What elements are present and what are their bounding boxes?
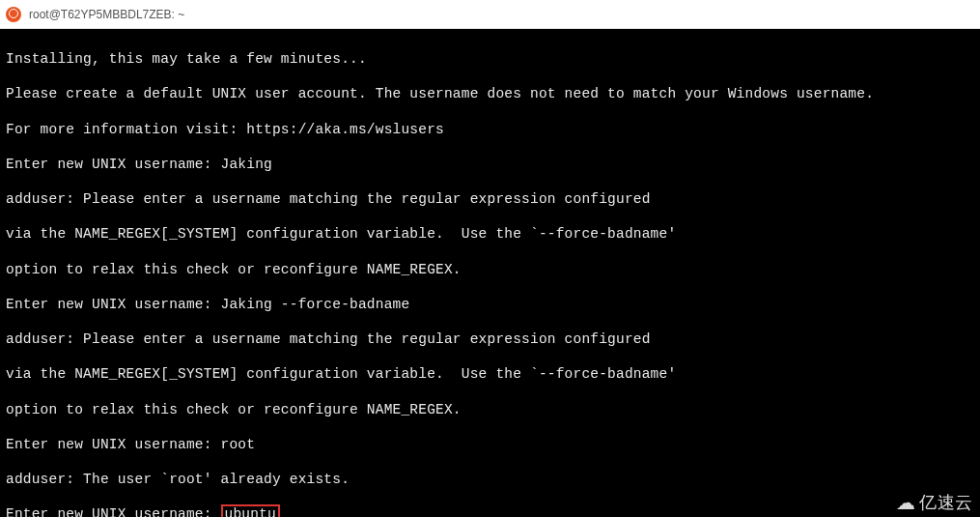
highlighted-username: ubuntu xyxy=(221,504,280,517)
titlebar: root@T62YP5MBBDL7ZEB: ~ xyxy=(0,0,980,29)
terminal-line: Enter new UNIX username: Jaking xyxy=(6,156,974,173)
watermark: ☁ 亿速云 xyxy=(896,492,972,514)
terminal-line: adduser: The user `root' already exists. xyxy=(6,471,974,488)
terminal-line: Enter new UNIX username: Jaking --force-… xyxy=(6,296,974,313)
terminal-line: via the NAME_REGEX[_SYSTEM] configuratio… xyxy=(6,225,974,243)
window-title: root@T62YP5MBBDL7ZEB: ~ xyxy=(29,8,184,21)
terminal-line: For more information visit: https://aka.… xyxy=(6,121,974,138)
cloud-icon: ☁ xyxy=(896,493,915,512)
terminal-line: adduser: Please enter a username matchin… xyxy=(6,330,974,348)
ubuntu-icon xyxy=(6,7,21,22)
watermark-text: 亿速云 xyxy=(919,492,972,514)
terminal-line: option to relax this check or reconfigur… xyxy=(6,261,974,278)
terminal-line: option to relax this check or reconfigur… xyxy=(6,401,974,418)
terminal-line: via the NAME_REGEX[_SYSTEM] configuratio… xyxy=(6,365,974,383)
terminal-line: Installing, this may take a few minutes.… xyxy=(6,50,974,68)
terminal-line: adduser: Please enter a username matchin… xyxy=(6,190,974,208)
prompt-label: Enter new UNIX username: xyxy=(6,506,221,517)
terminal-line: Enter new UNIX username: ubuntu xyxy=(6,505,974,517)
terminal-line: Please create a default UNIX user accoun… xyxy=(6,85,974,102)
terminal-line: Enter new UNIX username: root xyxy=(6,436,974,453)
terminal[interactable]: Installing, this may take a few minutes.… xyxy=(0,29,980,517)
